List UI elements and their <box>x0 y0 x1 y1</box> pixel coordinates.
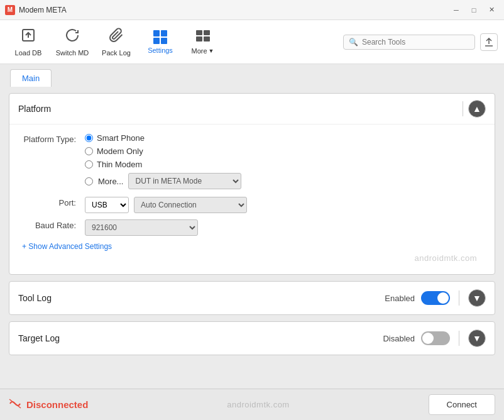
baud-rate-select[interactable]: 921600 <box>85 219 198 236</box>
more-label: More ▼ <box>192 47 214 55</box>
platform-header-right: ▲ <box>463 100 486 118</box>
tool-log-card: Tool Log Enabled ▼ <box>9 281 495 315</box>
toolbar-item-settings[interactable]: Settings <box>138 23 182 61</box>
pack-log-label: Pack Log <box>102 49 131 57</box>
platform-type-label: Platform Type: <box>22 133 85 144</box>
target-log-card: Target Log Disabled ▼ <box>9 321 495 355</box>
port-row: Port: USB Auto Connection <box>22 197 482 213</box>
tool-log-right: Enabled ▼ <box>385 289 486 307</box>
port-select[interactable]: USB <box>85 197 129 213</box>
status-left: Disconnected <box>9 399 88 411</box>
content-area: Main Platform ▲ Platform Type: <box>0 64 504 389</box>
target-log-toggle[interactable] <box>421 331 450 345</box>
svg-rect-2 <box>204 30 210 35</box>
app-icon: M <box>5 5 15 15</box>
port-content: USB Auto Connection <box>85 197 482 213</box>
target-log-header: Target Log Disabled ▼ <box>9 322 495 355</box>
svg-rect-3 <box>196 36 202 41</box>
radio-thin-modem-input[interactable] <box>85 160 93 169</box>
radio-modem-only-input[interactable] <box>85 147 93 155</box>
load-db-label: Load DB <box>15 49 42 57</box>
platform-type-options: Smart Phone Modem Only Thin Modem M <box>85 133 482 191</box>
toolbar-item-load-db[interactable]: Load DB <box>6 23 50 61</box>
more-icon <box>195 30 211 46</box>
target-log-right: Disabled ▼ <box>383 329 486 347</box>
target-log-title: Target Log <box>18 333 60 343</box>
search-icon: 🔍 <box>349 38 358 47</box>
export-button[interactable] <box>480 33 498 51</box>
tool-log-toggle-knob <box>437 292 449 304</box>
close-button[interactable]: ✕ <box>484 4 499 16</box>
title-bar: M Modem META ─ □ ✕ <box>0 0 504 20</box>
load-db-icon <box>21 28 36 47</box>
search-box[interactable]: 🔍 <box>343 35 475 50</box>
toolbar-item-switch-md[interactable]: Switch MD <box>50 23 94 61</box>
tool-log-enabled-label: Enabled <box>385 294 415 303</box>
target-log-collapse-button[interactable]: ▼ <box>468 329 486 347</box>
tab-bar: Main <box>0 64 504 87</box>
target-log-divider <box>459 331 459 346</box>
settings-label: Settings <box>148 47 173 54</box>
svg-rect-1 <box>196 30 202 35</box>
target-log-chevron-icon: ▼ <box>473 333 481 343</box>
settings-icon <box>153 30 167 44</box>
tool-log-toggle[interactable] <box>421 291 450 305</box>
target-log-toggle-knob <box>422 333 434 344</box>
radio-smart-phone-label: Smart Phone <box>97 133 145 143</box>
platform-card-body: Platform Type: Smart Phone Modem Only <box>9 124 495 274</box>
toolbar: Load DB Switch MD Pack Log <box>0 20 504 64</box>
platform-card: Platform ▲ Platform Type: Smart Phone <box>9 93 495 275</box>
platform-type-row: Platform Type: Smart Phone Modem Only <box>22 133 482 191</box>
toolbar-right: 🔍 <box>343 33 498 51</box>
port-label: Port: <box>22 197 85 207</box>
pack-log-icon <box>109 28 124 47</box>
platform-card-title: Platform <box>18 104 51 114</box>
toolbar-item-pack-log[interactable]: Pack Log <box>94 23 138 61</box>
tool-log-divider <box>459 290 459 306</box>
status-text: Disconnected <box>26 399 88 410</box>
search-input[interactable] <box>362 38 469 47</box>
tool-log-chevron-icon: ▼ <box>473 293 481 303</box>
auto-connection-select[interactable]: Auto Connection <box>134 197 247 213</box>
meta-mode-dropdown[interactable]: DUT in META Mode <box>128 173 241 189</box>
platform-card-header: Platform ▲ <box>9 94 495 124</box>
baud-rate-content: 921600 <box>85 219 482 236</box>
disconnected-icon <box>9 399 21 411</box>
svg-line-5 <box>9 399 21 408</box>
maximize-button[interactable]: □ <box>466 4 481 16</box>
connect-button[interactable]: Connect <box>429 394 495 415</box>
tool-log-header: Tool Log Enabled ▼ <box>9 282 495 314</box>
title-bar-left: M Modem META <box>5 5 67 15</box>
toolbar-items: Load DB Switch MD Pack Log <box>6 23 343 61</box>
status-watermark: androidmtk.com <box>227 400 289 409</box>
radio-more-input[interactable] <box>85 177 93 185</box>
switch-md-icon <box>65 28 80 47</box>
toolbar-item-more[interactable]: More ▼ <box>182 23 223 61</box>
radio-thin-modem: Thin Modem <box>85 160 482 169</box>
radio-more-label: More... <box>98 177 123 186</box>
baud-rate-row: Baud Rate: 921600 <box>22 219 482 236</box>
app-title: Modem META <box>19 6 67 14</box>
svg-rect-4 <box>204 36 210 41</box>
radio-modem-only-label: Modem Only <box>97 146 143 156</box>
minimize-button[interactable]: ─ <box>449 4 464 16</box>
radio-modem-only: Modem Only <box>85 146 482 156</box>
baud-rate-label: Baud Rate: <box>22 219 85 230</box>
header-divider <box>463 101 463 116</box>
show-advanced-link[interactable]: + Show Advanced Settings <box>22 242 482 251</box>
chevron-up-icon: ▲ <box>473 104 481 114</box>
target-log-disabled-label: Disabled <box>383 334 415 343</box>
tool-log-title: Tool Log <box>18 293 52 303</box>
switch-md-label: Switch MD <box>56 49 89 57</box>
status-bar: Disconnected androidmtk.com Connect <box>0 389 504 420</box>
platform-watermark: androidmtk.com <box>22 251 482 265</box>
tool-log-collapse-button[interactable]: ▼ <box>468 289 486 307</box>
radio-smart-phone-input[interactable] <box>85 134 93 142</box>
platform-collapse-button[interactable]: ▲ <box>468 100 486 118</box>
radio-more-row: More... DUT in META Mode <box>85 173 482 189</box>
title-bar-controls: ─ □ ✕ <box>449 4 499 16</box>
radio-thin-modem-label: Thin Modem <box>97 160 142 169</box>
radio-smart-phone: Smart Phone <box>85 133 482 143</box>
tab-main[interactable]: Main <box>10 69 52 87</box>
main-panel: Platform ▲ Platform Type: Smart Phone <box>0 87 504 389</box>
